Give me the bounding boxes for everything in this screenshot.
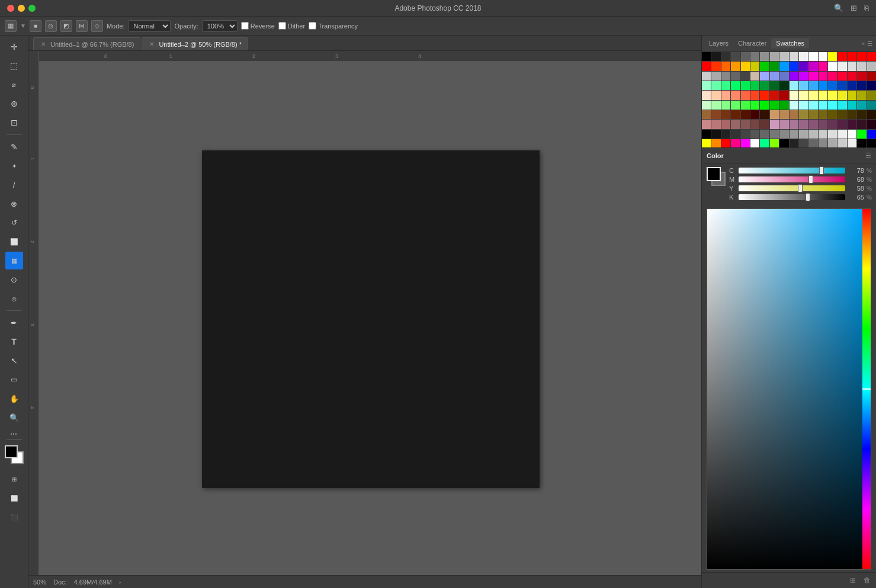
tab-character[interactable]: Character	[733, 38, 771, 49]
swatch-color[interactable]	[750, 139, 759, 147]
tab-close-icon-1[interactable]: ✕	[40, 41, 47, 47]
swatch-color[interactable]	[790, 120, 798, 128]
swatch-color[interactable]	[731, 110, 740, 119]
swatch-color[interactable]	[819, 91, 827, 99]
swatch-color[interactable]	[828, 110, 837, 119]
tab-close-icon-2[interactable]: ✕	[148, 41, 155, 47]
marquee-tool[interactable]: ⬚	[5, 57, 23, 75]
swatch-color[interactable]	[838, 101, 846, 110]
swatch-color[interactable]	[741, 120, 750, 128]
move-tool[interactable]: ✛	[5, 38, 23, 56]
swatch-color[interactable]	[790, 91, 798, 99]
transparency-checkbox[interactable]	[309, 22, 316, 30]
blur-tool[interactable]: ⊙	[5, 271, 23, 288]
gradient-angle-btn[interactable]: ◩	[60, 20, 72, 32]
swatch-color[interactable]	[808, 62, 817, 70]
swatch-color[interactable]	[741, 91, 750, 99]
swatch-color[interactable]	[779, 130, 788, 139]
swatch-color[interactable]	[770, 62, 779, 70]
c-slider-track[interactable]	[739, 168, 845, 173]
swatch-color[interactable]	[702, 81, 711, 90]
swatch-color[interactable]	[711, 130, 720, 139]
hand-tool[interactable]: ✋	[5, 390, 23, 407]
share-icon[interactable]: ⎗	[864, 4, 869, 12]
swatch-color[interactable]	[828, 91, 837, 99]
swatch-color[interactable]	[857, 101, 866, 110]
tool-icon-display[interactable]: ▦	[5, 20, 17, 32]
swatch-color[interactable]	[702, 130, 711, 139]
tab-swatches[interactable]: Swatches	[771, 38, 809, 49]
artboard-btn[interactable]: ⬛	[5, 508, 23, 526]
swatch-color[interactable]	[770, 130, 779, 139]
quick-mask-btn[interactable]: ⊞	[5, 470, 23, 488]
swatch-color[interactable]	[731, 139, 740, 147]
swatch-color[interactable]	[750, 110, 759, 119]
swatch-color[interactable]	[770, 52, 779, 61]
swatch-color[interactable]	[838, 110, 846, 119]
eyedropper-tool[interactable]: ✎	[5, 138, 23, 156]
swatch-color[interactable]	[760, 110, 769, 119]
swatch-color[interactable]	[857, 81, 866, 90]
swatch-color[interactable]	[779, 139, 788, 147]
swatch-color[interactable]	[731, 52, 740, 61]
swatch-color[interactable]	[857, 72, 866, 81]
swatch-color[interactable]	[857, 130, 866, 139]
swatch-color[interactable]	[828, 81, 837, 90]
swatch-color[interactable]	[770, 139, 779, 147]
swatch-color[interactable]	[799, 139, 808, 147]
swatch-color[interactable]	[790, 72, 798, 81]
swatch-color[interactable]	[790, 101, 798, 110]
swatch-color[interactable]	[857, 139, 866, 147]
swatch-color[interactable]	[867, 110, 876, 119]
swatch-color[interactable]	[799, 110, 808, 119]
swatch-color[interactable]	[838, 120, 846, 128]
swatch-color[interactable]	[750, 101, 759, 110]
swatch-color[interactable]	[770, 101, 779, 110]
swatch-color[interactable]	[711, 110, 720, 119]
history-brush-tool[interactable]: ↺	[5, 214, 23, 232]
swatch-color[interactable]	[857, 62, 866, 70]
swatch-color[interactable]	[819, 72, 827, 81]
swatch-color[interactable]	[790, 139, 798, 147]
swatch-color[interactable]	[828, 101, 837, 110]
swatch-color[interactable]	[760, 120, 769, 128]
swatch-color[interactable]	[721, 62, 730, 70]
swatch-color[interactable]	[741, 130, 750, 139]
swatch-color[interactable]	[828, 120, 837, 128]
swatch-color[interactable]	[799, 81, 808, 90]
more-tools-dots[interactable]: •••	[11, 431, 17, 436]
swatch-color[interactable]	[779, 91, 788, 99]
swatch-color[interactable]	[760, 52, 769, 61]
arrange-icon[interactable]: ⊞	[851, 4, 857, 12]
swatch-color[interactable]	[867, 81, 876, 90]
lasso-tool[interactable]: ⌀	[5, 76, 23, 94]
swatch-color[interactable]	[711, 101, 720, 110]
swatch-color[interactable]	[819, 101, 827, 110]
m-slider-track[interactable]	[739, 176, 845, 182]
swatch-color[interactable]	[779, 110, 788, 119]
swatch-color[interactable]	[790, 110, 798, 119]
search-icon[interactable]: 🔍	[834, 4, 843, 12]
swatch-color[interactable]	[721, 120, 730, 128]
swatch-color[interactable]	[721, 110, 730, 119]
swatch-color[interactable]	[808, 110, 817, 119]
swatch-color[interactable]	[848, 139, 856, 147]
swatch-color[interactable]	[808, 101, 817, 110]
swatch-color[interactable]	[760, 62, 769, 70]
swatch-color[interactable]	[848, 130, 856, 139]
swatch-color[interactable]	[731, 81, 740, 90]
swatch-color[interactable]	[711, 120, 720, 128]
swatch-color[interactable]	[760, 130, 769, 139]
swatch-color[interactable]	[808, 81, 817, 90]
swatch-color[interactable]	[819, 62, 827, 70]
swatch-color[interactable]	[750, 81, 759, 90]
swatch-color[interactable]	[721, 91, 730, 99]
delete-icon[interactable]: 🗑	[862, 575, 872, 586]
swatch-color[interactable]	[750, 120, 759, 128]
swatch-color[interactable]	[819, 52, 827, 61]
swatch-color[interactable]	[848, 91, 856, 99]
foreground-color-swatch[interactable]	[5, 445, 18, 458]
swatch-color[interactable]	[702, 72, 711, 81]
swatch-color[interactable]	[838, 91, 846, 99]
swatch-color[interactable]	[819, 120, 827, 128]
